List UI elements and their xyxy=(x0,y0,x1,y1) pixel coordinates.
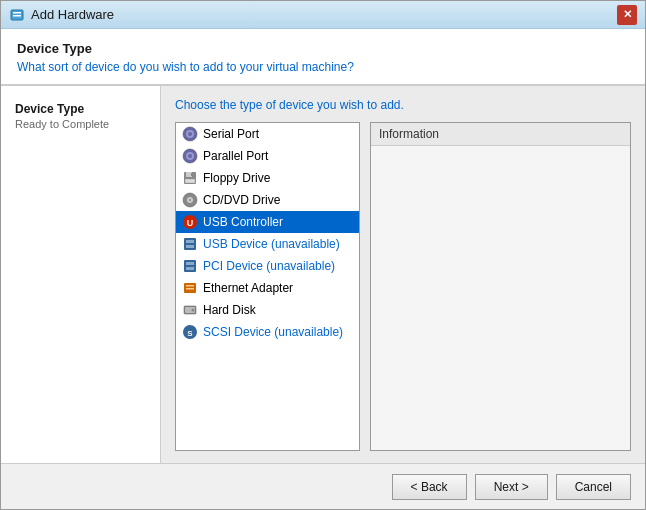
svg-point-5 xyxy=(188,132,192,136)
svg-text:S: S xyxy=(187,329,193,338)
list-item[interactable]: Ethernet Adapter xyxy=(176,277,359,299)
svg-rect-21 xyxy=(184,260,196,272)
svg-rect-26 xyxy=(186,288,194,290)
next-button[interactable]: Next > xyxy=(475,474,548,500)
floppy-drive-icon xyxy=(182,170,198,186)
svg-text:U: U xyxy=(187,218,194,228)
svg-rect-2 xyxy=(13,15,21,17)
subtitle-end: ? xyxy=(347,60,354,74)
svg-rect-20 xyxy=(186,245,194,248)
svg-rect-22 xyxy=(186,262,194,265)
device-label: USB Controller xyxy=(203,215,283,229)
device-label: Parallel Port xyxy=(203,149,268,163)
list-item[interactable]: Serial Port xyxy=(176,123,359,145)
svg-rect-11 xyxy=(191,173,193,176)
scsi-device-icon: S xyxy=(182,324,198,340)
info-panel-header: Information xyxy=(371,123,630,146)
usb-controller-icon: U xyxy=(182,214,198,230)
list-item[interactable]: U USB Controller xyxy=(176,211,359,233)
content-area: Device Type Ready to Complete Choose the… xyxy=(1,85,645,463)
list-item[interactable]: Floppy Drive xyxy=(176,167,359,189)
app-icon xyxy=(9,7,25,23)
main-instruction: Choose the type of device you wish to ad… xyxy=(175,98,631,112)
device-list-container: Serial Port Parallel Port xyxy=(175,122,360,451)
subtitle-highlight: your virtual machine xyxy=(240,60,347,74)
list-item[interactable]: PCI Device (unavailable) xyxy=(176,255,359,277)
svg-rect-23 xyxy=(186,267,194,270)
sidebar-item-device-type: Device Type Ready to Complete xyxy=(1,96,160,136)
cddvd-drive-icon xyxy=(182,192,198,208)
svg-rect-18 xyxy=(184,238,196,250)
window-title: Add Hardware xyxy=(31,7,114,22)
header-section: Device Type What sort of device do you w… xyxy=(1,29,645,85)
ethernet-adapter-icon xyxy=(182,280,198,296)
pci-device-icon xyxy=(182,258,198,274)
sidebar-item-sub: Ready to Complete xyxy=(15,118,146,130)
info-panel: Information xyxy=(370,122,631,451)
sidebar: Device Type Ready to Complete xyxy=(1,86,161,463)
device-label: USB Device (unavailable) xyxy=(203,237,340,251)
title-bar: Add Hardware ✕ xyxy=(1,1,645,29)
main-panel: Choose the type of device you wish to ad… xyxy=(161,86,645,463)
device-label: PCI Device (unavailable) xyxy=(203,259,335,273)
list-item[interactable]: CD/DVD Drive xyxy=(176,189,359,211)
device-label: Ethernet Adapter xyxy=(203,281,293,295)
svg-rect-12 xyxy=(185,179,195,183)
device-label: CD/DVD Drive xyxy=(203,193,280,207)
list-item[interactable]: USB Device (unavailable) xyxy=(176,233,359,255)
close-button[interactable]: ✕ xyxy=(617,5,637,25)
device-label: Floppy Drive xyxy=(203,171,270,185)
svg-rect-1 xyxy=(13,12,21,14)
serial-port-icon xyxy=(182,126,198,142)
device-list-info: Serial Port Parallel Port xyxy=(175,122,631,451)
list-item[interactable]: S SCSI Device (unavailable) xyxy=(176,321,359,343)
svg-point-15 xyxy=(189,199,191,201)
device-label: SCSI Device (unavailable) xyxy=(203,325,343,339)
list-item[interactable]: Hard Disk xyxy=(176,299,359,321)
footer: < Back Next > Cancel xyxy=(1,463,645,509)
header-title: Device Type xyxy=(17,41,629,56)
svg-rect-25 xyxy=(186,285,194,287)
hard-disk-icon xyxy=(182,302,198,318)
usb-device-icon xyxy=(182,236,198,252)
sidebar-item-title: Device Type xyxy=(15,102,146,116)
title-bar-left: Add Hardware xyxy=(9,7,114,23)
device-label: Hard Disk xyxy=(203,303,256,317)
svg-point-8 xyxy=(188,154,192,158)
parallel-port-icon xyxy=(182,148,198,164)
svg-rect-19 xyxy=(186,240,194,243)
header-subtitle: What sort of device do you wish to add t… xyxy=(17,60,629,74)
cancel-button[interactable]: Cancel xyxy=(556,474,631,500)
back-button[interactable]: < Back xyxy=(392,474,467,500)
main-window: Add Hardware ✕ Device Type What sort of … xyxy=(0,0,646,510)
list-item[interactable]: Parallel Port xyxy=(176,145,359,167)
svg-point-29 xyxy=(192,309,195,312)
subtitle-start: What sort of device do you wish to add t… xyxy=(17,60,240,74)
device-label: Serial Port xyxy=(203,127,259,141)
